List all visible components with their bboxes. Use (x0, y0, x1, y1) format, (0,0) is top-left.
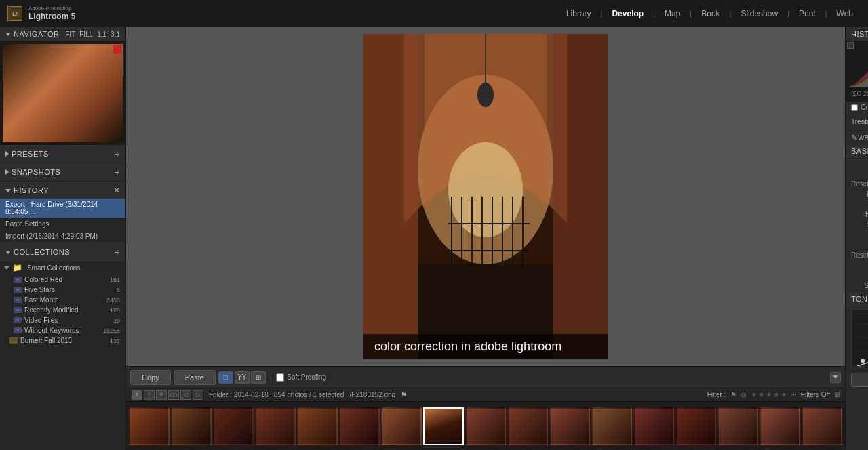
tone-curve-header[interactable]: Tone Curve (846, 291, 868, 306)
main-photo: color correction in adobe lightroom (363, 34, 608, 359)
collection-recently-modified[interactable]: ≡ Recently Modified 128 (0, 305, 125, 315)
film-thumb-10[interactable] (507, 407, 548, 445)
nav-develop[interactable]: Develop (604, 6, 652, 21)
svg-point-25 (861, 359, 865, 363)
saturation-slider-row: Saturation +10 (846, 281, 868, 291)
film-thumb-13[interactable] (633, 407, 674, 445)
film-thumb-9[interactable] (465, 407, 506, 445)
temp-slider-row: Temp 4500 (846, 159, 868, 169)
zoom-1-1[interactable]: 1:1 (97, 30, 106, 38)
topbar-left: Lr Adobe Photoshop Lightroom 5 (7, 5, 75, 22)
film-thumb-1[interactable] (129, 407, 170, 445)
clipping-shadows-indicator[interactable] (847, 42, 854, 49)
filter-more-icon[interactable]: ⊞ (834, 391, 840, 398)
presets-panel-header[interactable]: Presets + (0, 145, 125, 163)
film-thumb-4[interactable] (255, 407, 296, 445)
caption-text: color correction in adobe lightroom (374, 340, 561, 353)
star-2[interactable]: ★ (758, 390, 765, 399)
collections-content: 📁 Smart Collections ≡ Colored Red 181 ≡ … (0, 261, 125, 450)
collection-five-stars[interactable]: ≡ Five Stars 5 (0, 285, 125, 295)
vibrance-label: Vibrance (851, 272, 868, 279)
soft-proofing-checkbox[interactable] (276, 373, 284, 382)
nav-web[interactable]: Web (829, 6, 861, 21)
nav-red-corner-indicator (113, 45, 121, 54)
film-thumb-8[interactable] (423, 407, 464, 445)
collection-colored-red[interactable]: ≡ Colored Red 181 (0, 274, 125, 285)
snapshots-add-button[interactable]: + (115, 167, 120, 178)
before-after-button[interactable]: YY (235, 371, 250, 384)
eyedropper-icon[interactable]: ✎ (851, 133, 858, 142)
prev-default-row: Previous Set Default... (846, 369, 868, 390)
snapshots-expand-icon (5, 169, 9, 175)
film-thumb-3[interactable] (213, 407, 254, 445)
collection-burnett-fall[interactable]: Burnett Fall 2013 132 (0, 335, 125, 346)
filmstrip-options-button[interactable] (830, 372, 841, 383)
history-item-1[interactable]: Paste Settings (0, 218, 125, 230)
paste-button[interactable]: Paste (174, 370, 216, 385)
collections-add-button[interactable]: + (115, 247, 120, 258)
original-photo-checkbox[interactable] (851, 104, 858, 111)
grid-view-button[interactable]: 1 (132, 390, 142, 400)
star-3[interactable]: ★ (766, 390, 772, 399)
film-thumb-6[interactable] (339, 407, 380, 445)
copy-button[interactable]: Copy (130, 370, 171, 385)
film-thumb-17[interactable] (802, 407, 842, 445)
back-btn[interactable]: ◁ (180, 390, 191, 400)
forward-btn[interactable]: ▷ (193, 390, 203, 400)
app-logo-icon: Lr (7, 6, 22, 21)
clarity-slider-row: Clarity +30 (846, 260, 868, 270)
star-4[interactable]: ★ (773, 390, 780, 399)
collection-video-files[interactable]: ≡ Video Files 39 (0, 315, 125, 325)
smart-collections-expand-icon (4, 266, 9, 270)
smart-collections-header[interactable]: 📁 Smart Collections (0, 261, 125, 274)
collection-count: 181 (110, 277, 120, 283)
film-thumb-14[interactable] (675, 407, 716, 445)
previous-button[interactable]: Previous (851, 373, 868, 387)
nav-book[interactable]: Book (693, 6, 728, 21)
loupe-view-button[interactable]: □ (218, 371, 233, 384)
loupe-view-btn2[interactable]: 2 (144, 390, 155, 400)
svg-rect-4 (363, 34, 418, 359)
collections-panel-header[interactable]: Collections + (0, 243, 125, 261)
navigator-panel-header[interactable]: Navigator FIT FILL 1:1 3:1 (0, 27, 125, 41)
film-thumb-7[interactable] (381, 407, 422, 445)
nav-map[interactable]: Map (656, 6, 688, 21)
nav-slideshow[interactable]: Slideshow (732, 6, 786, 21)
tint-label: Tint (851, 170, 868, 178)
film-thumb-2[interactable] (171, 407, 212, 445)
star-1[interactable]: ★ (751, 390, 757, 399)
basic-section-header[interactable]: Basic (846, 144, 868, 159)
zoom-fit[interactable]: FIT (65, 30, 75, 38)
navigator-preview (0, 41, 125, 145)
film-thumb-5[interactable] (297, 407, 338, 445)
grid-view-btn2[interactable]: ⊞ (156, 390, 167, 400)
history-item-2[interactable]: Import (2/18/2014 4:29:03 PM) (0, 230, 125, 243)
history-close-button[interactable]: ✕ (113, 186, 120, 195)
histogram-panel-header[interactable]: Histogram (846, 27, 868, 41)
filters-off-label: Filters Off (801, 391, 830, 398)
star-5[interactable]: ★ (781, 390, 787, 399)
snapshots-panel-header[interactable]: Snapshots + (0, 163, 125, 182)
chevron-down-icon (833, 375, 838, 379)
zoom-fill[interactable]: FILL (79, 30, 93, 38)
filmstrip (126, 401, 845, 450)
presets-add-button[interactable]: + (115, 148, 120, 159)
nav-print[interactable]: Print (791, 6, 824, 21)
film-thumb-12[interactable] (591, 407, 632, 445)
history-panel-header[interactable]: History ✕ (0, 182, 125, 199)
film-thumb-15[interactable] (717, 407, 758, 445)
film-thumb-16[interactable] (760, 407, 800, 445)
tone-curve-section: Tone Curve (846, 291, 868, 369)
collection-past-month[interactable]: ≡ Past Month 2453 (0, 295, 125, 305)
wb-label: WB : (858, 134, 868, 142)
history-item-0[interactable]: Export - Hard Drive (3/31/2014 8:54:05 .… (0, 199, 125, 218)
survey-view-button[interactable]: ⊞ (251, 371, 266, 384)
zoom-3-1[interactable]: 3:1 (111, 30, 120, 38)
smart-icon: ≡ (14, 297, 22, 303)
navigator-image (3, 44, 123, 142)
collection-name: Without Keywords (24, 327, 79, 334)
compare-view-btn[interactable]: ◁▷ (168, 390, 179, 400)
film-thumb-11[interactable] (549, 407, 590, 445)
nav-library[interactable]: Library (558, 6, 599, 21)
collection-without-keywords[interactable]: ≡ Without Keywords 15255 (0, 325, 125, 335)
